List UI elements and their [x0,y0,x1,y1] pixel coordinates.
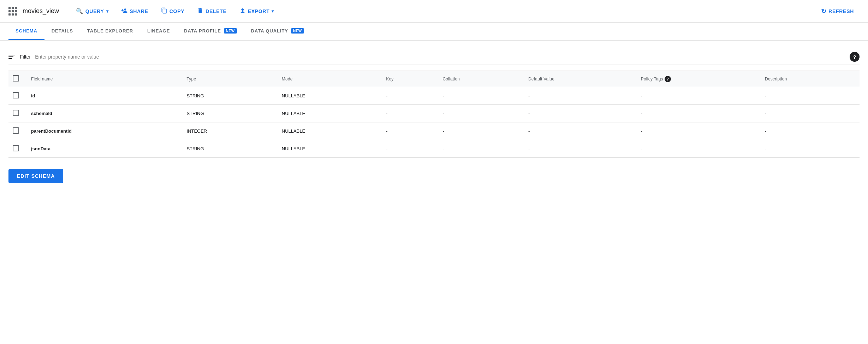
row-policy-tags-0: - [635,87,759,105]
row-select-checkbox-3[interactable] [13,145,19,151]
row-select-checkbox-2[interactable] [13,127,19,134]
row-key-0: - [380,87,437,105]
row-default-value-3: - [523,140,635,158]
filter-lines-icon [8,55,15,59]
row-key-3: - [380,140,437,158]
table-row: id STRING NULLABLE - - - - - [8,87,860,105]
row-collation-3: - [437,140,523,158]
row-field-name-3: jsonData [25,140,181,158]
col-header-key: Key [380,71,437,87]
row-key-2: - [380,122,437,140]
tab-data-quality[interactable]: DATA QUALITY NEW [244,23,311,40]
row-field-name-0: id [25,87,181,105]
row-collation-2: - [437,122,523,140]
refresh-button[interactable]: ↻ REFRESH [815,5,860,18]
row-description-2: - [759,122,860,140]
row-type-2: INTEGER [181,122,276,140]
filter-help-icon[interactable]: ? [850,52,860,62]
row-collation-0: - [437,87,523,105]
tab-schema[interactable]: SCHEMA [8,23,44,40]
copy-icon [161,7,167,15]
row-type-0: STRING [181,87,276,105]
tab-details[interactable]: DETAILS [44,23,80,40]
row-field-name-1: schemaId [25,105,181,122]
table-row: parentDocumentId INTEGER NULLABLE - - - … [8,122,860,140]
data-quality-badge: NEW [291,28,304,34]
apps-grid-icon[interactable] [8,7,17,16]
query-button[interactable]: 🔍 QUERY ▾ [70,5,114,17]
col-header-type: Type [181,71,276,87]
share-button[interactable]: SHARE [115,5,154,18]
content-area: Filter ? Field name Type Mode Key Collat… [0,41,868,192]
data-profile-badge: NEW [224,28,237,34]
row-default-value-0: - [523,87,635,105]
row-select-checkbox-0[interactable] [13,92,19,98]
export-button[interactable]: EXPORT ▾ [234,5,280,18]
col-header-checkbox [8,71,25,87]
policy-tags-help-icon[interactable]: ? [665,76,671,82]
export-chevron-icon: ▾ [272,9,274,14]
refresh-icon: ↻ [821,7,827,15]
col-header-policy-tags: Policy Tags ? [635,71,759,87]
row-mode-1: NULLABLE [276,105,380,122]
row-checkbox-0 [8,87,25,105]
row-checkbox-2 [8,122,25,140]
row-type-3: STRING [181,140,276,158]
row-select-checkbox-1[interactable] [13,110,19,116]
copy-button[interactable]: COPY [155,5,190,18]
query-chevron-icon: ▾ [106,9,109,14]
filter-input[interactable] [35,54,850,60]
tab-table-explorer[interactable]: TABLE EXPLORER [80,23,140,40]
tab-data-profile[interactable]: DATA PROFILE NEW [177,23,244,40]
row-description-3: - [759,140,860,158]
row-policy-tags-2: - [635,122,759,140]
export-icon [239,7,246,15]
share-icon [121,7,127,15]
col-header-collation: Collation [437,71,523,87]
row-mode-3: NULLABLE [276,140,380,158]
row-description-0: - [759,87,860,105]
col-header-field-name: Field name [25,71,181,87]
toolbar: movies_view 🔍 QUERY ▾ SHARE COPY DE [0,0,868,23]
row-collation-1: - [437,105,523,122]
query-icon: 🔍 [76,8,83,14]
row-default-value-1: - [523,105,635,122]
row-mode-2: NULLABLE [276,122,380,140]
filter-label: Filter [8,54,31,60]
row-type-1: STRING [181,105,276,122]
row-default-value-2: - [523,122,635,140]
col-header-default-value: Default Value [523,71,635,87]
tab-bar: SCHEMA DETAILS TABLE EXPLORER LINEAGE DA… [0,23,868,41]
page-title: movies_view [23,7,59,15]
schema-table: Field name Type Mode Key Collation Defau… [8,71,860,158]
table-row: schemaId STRING NULLABLE - - - - - [8,105,860,122]
row-checkbox-3 [8,140,25,158]
col-header-description: Description [759,71,860,87]
delete-icon [197,7,203,15]
row-field-name-2: parentDocumentId [25,122,181,140]
delete-button[interactable]: DELETE [191,5,232,18]
edit-schema-button[interactable]: EDIT SCHEMA [8,169,63,183]
row-policy-tags-1: - [635,105,759,122]
col-header-mode: Mode [276,71,380,87]
table-row: jsonData STRING NULLABLE - - - - - [8,140,860,158]
row-checkbox-1 [8,105,25,122]
row-description-1: - [759,105,860,122]
row-key-1: - [380,105,437,122]
toolbar-actions: 🔍 QUERY ▾ SHARE COPY DELETE [70,5,860,18]
tab-lineage[interactable]: LINEAGE [140,23,177,40]
row-policy-tags-3: - [635,140,759,158]
filter-bar: Filter ? [8,49,860,65]
row-mode-0: NULLABLE [276,87,380,105]
select-all-checkbox[interactable] [13,75,19,82]
